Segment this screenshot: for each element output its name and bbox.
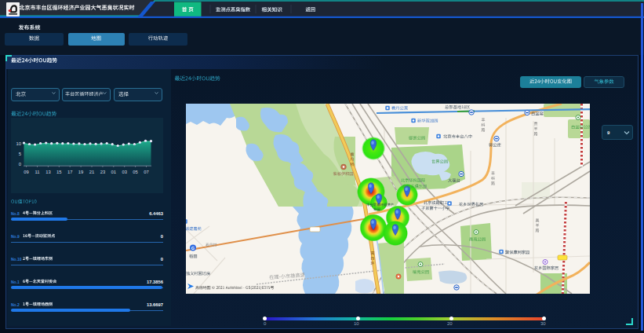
svg-text:0: 0 [19,162,21,166]
svg-text:19: 19 [78,170,83,174]
svg-text:01: 01 [111,170,116,174]
svg-text:05: 05 [133,170,137,174]
svg-text:23: 23 [100,170,105,174]
svg-text:13: 13 [45,170,50,174]
svg-text:10: 10 [16,141,21,146]
svg-text:09: 09 [24,170,28,174]
svg-text:17: 17 [67,170,72,174]
svg-text:21: 21 [89,170,94,174]
svg-text:11: 11 [35,170,39,174]
svg-text:5: 5 [19,152,21,156]
svg-text:G: G [191,246,195,251]
svg-text:15: 15 [56,170,61,174]
svg-text:03: 03 [122,170,126,174]
svg-text:07: 07 [144,170,148,174]
